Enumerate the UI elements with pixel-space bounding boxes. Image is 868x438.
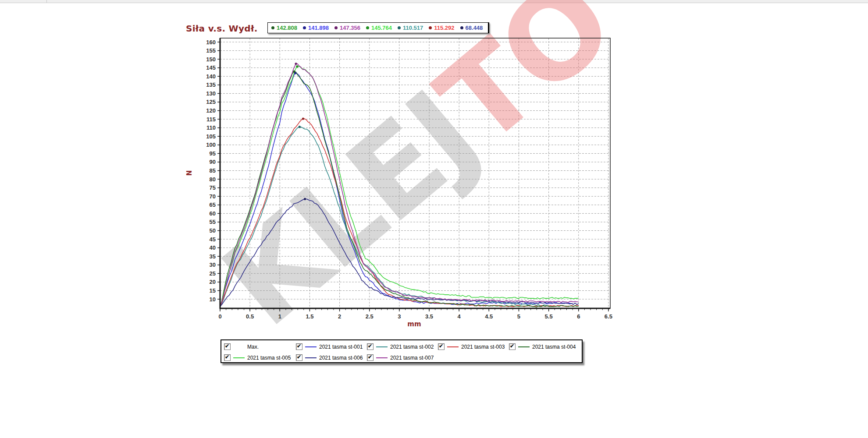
y-tick-label: 90 bbox=[210, 159, 216, 165]
y-tick-label: 15 bbox=[210, 287, 216, 294]
x-tick-label: 6.5 bbox=[605, 313, 612, 320]
y-tick-label: 125 bbox=[206, 99, 216, 105]
max-values-legend: 142.808141.898147.356145.764110.517115.2… bbox=[267, 22, 489, 33]
y-tick-label: 60 bbox=[210, 210, 216, 217]
series-max-dot bbox=[398, 26, 401, 29]
y-tick-label: 20 bbox=[210, 279, 216, 285]
y-tick-label: 25 bbox=[210, 270, 216, 277]
series-max-value: 145.764 bbox=[371, 25, 392, 31]
y-tick-label: 140 bbox=[206, 73, 216, 80]
y-tick-label: 50 bbox=[210, 227, 216, 234]
legend-line-sample bbox=[376, 346, 388, 347]
y-tick-label: 65 bbox=[210, 201, 216, 208]
x-axis-label: mm bbox=[401, 320, 427, 328]
legend-checkbox[interactable]: ✔ bbox=[296, 354, 302, 361]
y-tick-label: 85 bbox=[210, 167, 216, 174]
x-tick-label: 3 bbox=[398, 313, 401, 320]
legend-value-item: 110.517 bbox=[398, 25, 423, 31]
legend-item: ✔2021 tasma st-001 bbox=[296, 341, 367, 352]
y-tick-label: 10 bbox=[210, 296, 216, 303]
series-max-value: 147.356 bbox=[340, 25, 360, 31]
legend-checkbox[interactable]: ✔ bbox=[367, 343, 374, 350]
y-tick-label: 45 bbox=[210, 236, 216, 243]
legend-value-item: 115.292 bbox=[429, 25, 454, 31]
series-max-dot bbox=[429, 26, 432, 29]
legend-value-item: 147.356 bbox=[334, 25, 360, 31]
legend-item: ✔2021 tasma st-006 bbox=[296, 352, 367, 363]
legend-checkbox[interactable]: ✔ bbox=[509, 343, 516, 350]
y-tick-label: 75 bbox=[210, 184, 216, 191]
legend-item-label: 2021 tasma st-003 bbox=[461, 344, 505, 350]
x-tick-label: 2 bbox=[338, 313, 341, 320]
legend-value-item: 68.448 bbox=[460, 25, 483, 31]
y-tick-label: 80 bbox=[210, 176, 216, 183]
max-marker-dot bbox=[293, 71, 295, 73]
legend-checkbox[interactable]: ✔ bbox=[224, 354, 231, 361]
max-marker-dot bbox=[299, 126, 301, 128]
legend-line-sample bbox=[305, 357, 317, 358]
x-tick-label: 2.5 bbox=[366, 313, 374, 320]
max-marker-dot bbox=[304, 198, 306, 200]
legend-line-sample bbox=[376, 357, 388, 358]
legend-item: ✔2021 tasma st-004 bbox=[509, 341, 579, 352]
x-tick-label: 1.5 bbox=[306, 313, 313, 320]
y-tick-label: 70 bbox=[210, 193, 216, 200]
y-axis-label: N bbox=[185, 170, 193, 176]
klejto-watermark: KLEJTO bbox=[198, 0, 637, 353]
series-max-value: 142.808 bbox=[277, 25, 297, 31]
legend-checkbox[interactable]: ✔ bbox=[367, 354, 374, 361]
y-tick-label: 120 bbox=[206, 107, 216, 114]
y-tick-label: 30 bbox=[210, 261, 216, 268]
x-tick-label: 5 bbox=[517, 313, 520, 320]
legend-line-sample bbox=[305, 346, 317, 347]
series-max-dot bbox=[366, 26, 369, 29]
series-max-value: 141.898 bbox=[308, 25, 329, 31]
chart-canvas: KLEJTO1601551501451401351301251201151101… bbox=[0, 0, 868, 438]
y-tick-label: 110 bbox=[206, 124, 216, 131]
y-tick-label: 150 bbox=[206, 56, 216, 63]
legend-item: ✔2021 tasma st-002 bbox=[367, 341, 438, 352]
x-tick-label: 4.5 bbox=[485, 313, 493, 320]
x-tick-label: 4 bbox=[458, 313, 461, 320]
x-tick-label: 3.5 bbox=[425, 313, 433, 320]
x-tick-label: 5.5 bbox=[545, 313, 553, 320]
y-tick-label: 105 bbox=[206, 133, 216, 140]
legend-item-label: 2021 tasma st-004 bbox=[532, 344, 576, 350]
x-tick-label: 0 bbox=[218, 313, 221, 320]
y-tick-label: 160 bbox=[206, 39, 216, 46]
y-tick-label: 130 bbox=[206, 90, 216, 97]
y-tick-label: 55 bbox=[210, 219, 216, 225]
x-tick-label: 6 bbox=[577, 313, 580, 320]
legend-line-sample bbox=[233, 357, 245, 358]
max-marker-dot bbox=[296, 65, 298, 67]
legend-checkbox[interactable]: ✔ bbox=[438, 343, 445, 350]
legend-item: ✔2021 tasma st-003 bbox=[438, 341, 509, 352]
legend-item-label: 2021 tasma st-005 bbox=[247, 355, 291, 361]
max-marker-dot bbox=[302, 117, 304, 120]
series-max-dot bbox=[303, 26, 306, 29]
x-tick-label: 1 bbox=[278, 313, 281, 320]
y-tick-label: 40 bbox=[210, 244, 216, 251]
legend-item: ✔2021 tasma st-005 bbox=[224, 352, 296, 363]
legend-checkbox[interactable]: ✔ bbox=[296, 343, 302, 350]
legend-item-label: Max. bbox=[247, 344, 259, 350]
legend-checkbox[interactable]: ✔ bbox=[224, 343, 231, 350]
y-tick-label: 95 bbox=[210, 150, 216, 157]
series-max-value: 68.448 bbox=[466, 25, 483, 31]
legend-item: ✔2021 tasma st-007 bbox=[367, 352, 438, 363]
y-tick-label: 35 bbox=[210, 253, 216, 260]
legend-value-item: 145.764 bbox=[366, 25, 392, 31]
legend-line-sample bbox=[447, 346, 459, 347]
legend-value-item: 141.898 bbox=[303, 25, 329, 31]
y-tick-label: 135 bbox=[206, 81, 216, 88]
series-max-value: 115.292 bbox=[434, 25, 454, 31]
legend-value-item: 142.808 bbox=[271, 25, 297, 31]
x-tick-label: 0.5 bbox=[246, 313, 254, 320]
series-max-value: 110.517 bbox=[403, 25, 423, 31]
y-tick-label: 115 bbox=[206, 116, 216, 123]
page: KLEJTO1601551501451401351301251201151101… bbox=[0, 0, 868, 438]
series-max-dot bbox=[460, 26, 463, 29]
chart-title: Siła v.s. Wydł. bbox=[186, 23, 258, 34]
series-max-dot bbox=[334, 26, 338, 29]
series-legend: ✔Max.✔2021 tasma st-001✔2021 tasma st-00… bbox=[221, 339, 583, 363]
